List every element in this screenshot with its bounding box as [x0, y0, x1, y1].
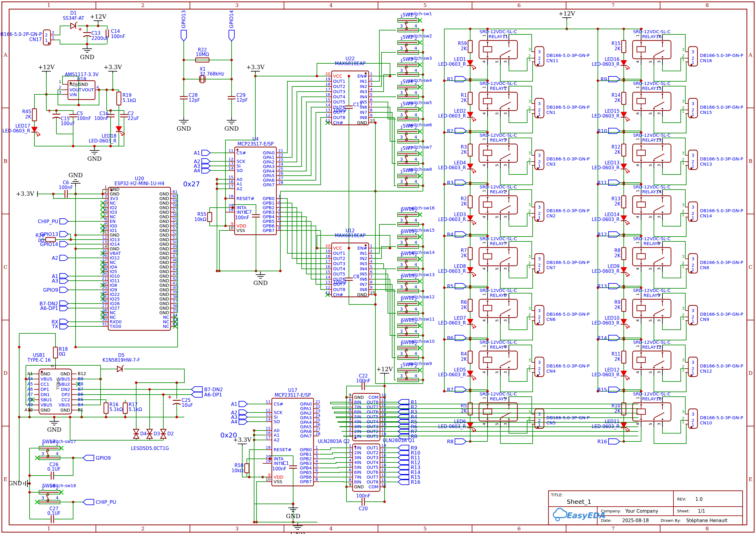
relay-cell-relay13[interactable]: [633, 144, 697, 169]
svg-text:4: 4: [96, 85, 99, 89]
svg-text:3: 3: [400, 329, 403, 334]
svg-text:OUT1: OUT1: [333, 79, 345, 84]
svg-text:B5: B5: [78, 397, 84, 402]
svg-text:R12: R12: [611, 144, 620, 150]
relay-cell-relay10[interactable]: [633, 403, 697, 428]
svg-text:R11: R11: [611, 351, 620, 357]
svg-text:3: 3: [400, 284, 403, 289]
svg-text:3: 3: [41, 451, 44, 456]
svg-text:switch-sw3: switch-sw3: [408, 56, 432, 61]
svg-text:3: 3: [682, 151, 685, 155]
svg-text:4IN: 4IN: [354, 419, 362, 424]
svg-text:7IN: 7IN: [354, 405, 362, 410]
relay-cell-relay2[interactable]: [479, 196, 544, 221]
svg-text:INTB: INTB: [274, 461, 284, 466]
relay-cell-relay4[interactable]: [479, 351, 544, 377]
svg-text:19: 19: [228, 208, 233, 212]
svg-text:LED-0603_R: LED-0603_R: [438, 372, 466, 378]
svg-text:5: 5: [648, 423, 653, 425]
svg-text:1: 1: [635, 242, 640, 244]
titleblock-drawn-by[interactable]: Stéphane Henault: [686, 518, 727, 523]
svg-text:13: 13: [102, 240, 107, 244]
svg-text:19: 19: [265, 459, 271, 463]
svg-text:21: 21: [315, 399, 321, 404]
svg-text:B9: B9: [78, 376, 84, 381]
svg-text:3: 3: [692, 49, 694, 54]
titleblock-date[interactable]: 2025-08-18: [622, 518, 649, 523]
svg-text:IN2: IN2: [360, 84, 367, 89]
svg-text:15: 15: [325, 269, 330, 274]
svg-text:26: 26: [278, 171, 284, 176]
svg-text:VOUT: VOUT: [69, 88, 82, 92]
svg-text:7: 7: [315, 472, 318, 477]
svg-text:SRD-12VDC-SL-C: SRD-12VDC-SL-C: [480, 392, 517, 396]
relay-cell-relay12[interactable]: [633, 351, 697, 377]
svg-text:8IN: 8IN: [354, 400, 362, 405]
svg-text:A9: A9: [27, 402, 33, 407]
relay-cell-relay6[interactable]: [479, 299, 544, 325]
svg-text:6IN: 6IN: [354, 470, 362, 475]
relay-cell-relay15[interactable]: [633, 92, 697, 118]
svg-text:3: 3: [400, 90, 403, 95]
svg-text:40: 40: [173, 285, 178, 290]
relay-cell-relay9[interactable]: [633, 299, 697, 325]
svg-text:2: 2: [415, 252, 417, 257]
svg-text:29: 29: [102, 313, 107, 317]
svg-text:4: 4: [482, 423, 486, 425]
relay-cell-relay14[interactable]: [633, 196, 697, 221]
svg-text:51: 51: [173, 235, 178, 240]
svg-text:3: 3: [503, 61, 508, 63]
titleblock-rev[interactable]: 1.0: [695, 496, 703, 502]
svg-text:48: 48: [173, 249, 178, 253]
svg-text:B6: B6: [78, 392, 84, 397]
relay-cell-relay8[interactable]: [633, 247, 697, 273]
svg-text:switch-sw6: switch-sw6: [408, 122, 432, 127]
titleblock-company[interactable]: Your Company: [625, 508, 658, 514]
relay-cell-relay11[interactable]: [479, 40, 544, 66]
svg-text:1: 1: [400, 341, 403, 346]
svg-text:A: A: [748, 52, 753, 58]
svg-text:NC: NC: [110, 201, 116, 206]
relay-cell-relay16[interactable]: [633, 40, 697, 66]
svg-text:ESP32-H2-MINI-1U-H4: ESP32-H2-MINI-1U-H4: [115, 181, 165, 186]
svg-text:CHIP_PU: CHIP_PU: [38, 218, 58, 225]
svg-text:switch-sw9: switch-sw9: [408, 361, 432, 366]
svg-text:16: 16: [228, 179, 233, 184]
svg-text:GND: GND: [159, 296, 169, 301]
svg-text:4: 4: [415, 46, 417, 51]
svg-text:GPB7: GPB7: [263, 228, 275, 233]
svg-text:7: 7: [104, 212, 107, 217]
svg-text:15: 15: [381, 458, 386, 463]
svg-text:3: 3: [538, 360, 541, 365]
relay-cell-relay5[interactable]: [479, 403, 544, 428]
svg-text:GND: GND: [176, 125, 191, 132]
svg-text:28: 28: [278, 180, 284, 185]
svg-text:GND: GND: [159, 260, 169, 265]
svg-text:A4: A4: [27, 376, 33, 381]
svg-text:19: 19: [102, 267, 107, 271]
relay-cell-relay3[interactable]: [479, 144, 544, 169]
svg-text:GND: GND: [354, 395, 364, 400]
relay-cell-relay1[interactable]: [479, 92, 544, 118]
svg-text:B: B: [749, 158, 753, 164]
svg-text:CN11: CN11: [546, 58, 558, 63]
svg-text:D4: D4: [140, 431, 147, 437]
svg-text:4: 4: [415, 112, 417, 117]
svg-text:4: 4: [635, 112, 640, 115]
svg-text:3: 3: [349, 422, 351, 426]
easyeda-logo[interactable]: EasyEDA: [566, 511, 605, 520]
svg-text:A2: A2: [52, 255, 58, 261]
svg-text:5: 5: [315, 463, 318, 468]
titleblock-sheet[interactable]: 1/1: [698, 508, 705, 514]
svg-text:COM: COM: [368, 395, 378, 400]
svg-text:12pF: 12pF: [236, 97, 248, 103]
svg-text:5: 5: [648, 371, 653, 373]
svg-text:GPB2: GPB2: [263, 205, 275, 210]
svg-text:IO22: IO22: [110, 292, 120, 297]
titleblock-title[interactable]: Sheet_1: [567, 498, 591, 505]
relay-cell-relay7[interactable]: [479, 247, 544, 273]
svg-text:CN6: CN6: [546, 317, 555, 322]
svg-text:OUT5: OUT5: [366, 414, 378, 419]
svg-text:GPB5: GPB5: [263, 219, 275, 224]
svg-text:C17: C17: [353, 102, 362, 108]
